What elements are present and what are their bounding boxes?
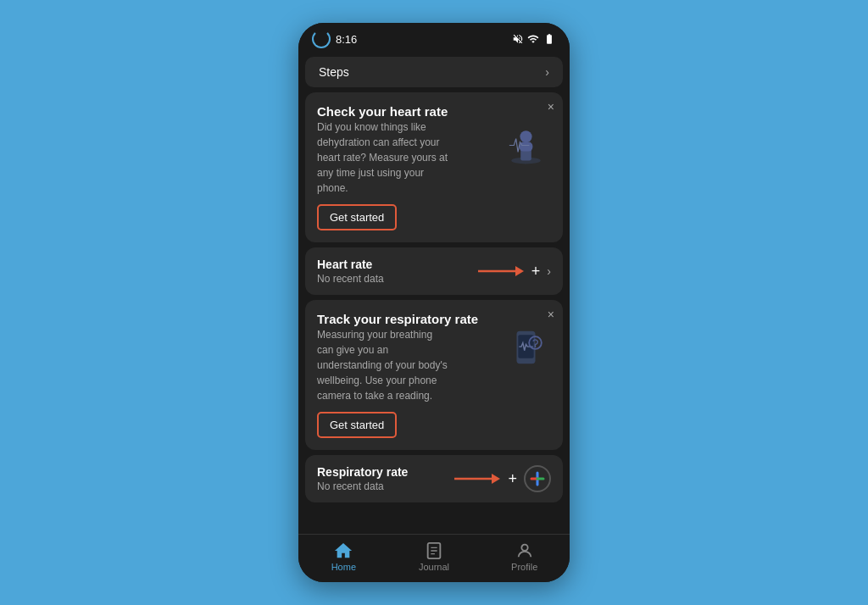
nav-item-home[interactable]: Home bbox=[298, 541, 389, 572]
respiratory-illustration bbox=[503, 327, 549, 378]
journal-icon bbox=[425, 541, 443, 560]
steps-label: Steps bbox=[319, 65, 349, 79]
nav-label-journal: Journal bbox=[419, 562, 449, 572]
heart-rate-data-left: Heart rate No recent data bbox=[317, 258, 384, 285]
heart-rate-add-button[interactable]: + bbox=[531, 263, 541, 280]
content-area[interactable]: Steps › Check your heart rate × Did you … bbox=[298, 52, 570, 534]
heart-rate-chevron-icon: › bbox=[547, 264, 551, 278]
respiratory-rate-add-button[interactable]: + bbox=[508, 470, 517, 488]
status-bar: 8:16 bbox=[298, 23, 570, 52]
phone-frame: 8:16 Steps › Check your heart rate bbox=[298, 23, 570, 582]
status-time: 8:16 bbox=[336, 33, 357, 46]
heart-rate-data-subtitle: No recent data bbox=[317, 273, 384, 285]
respiratory-card-description: Measuring your breathing can give you an… bbox=[317, 327, 457, 403]
steps-row[interactable]: Steps › bbox=[305, 57, 563, 87]
respiratory-card-image bbox=[500, 327, 551, 378]
status-circle-icon bbox=[312, 30, 331, 48]
profile-icon bbox=[515, 541, 534, 560]
nav-label-home: Home bbox=[331, 562, 356, 572]
respiratory-rate-data-title: Respiratory rate bbox=[317, 465, 408, 479]
steps-chevron-icon: › bbox=[545, 65, 549, 79]
svg-point-3 bbox=[520, 130, 531, 142]
heart-rate-card-close-button[interactable]: × bbox=[548, 101, 554, 113]
svg-point-19 bbox=[521, 545, 527, 551]
heart-rate-data-row[interactable]: Heart rate No recent data + › bbox=[305, 247, 563, 295]
respiratory-arrow-icon bbox=[454, 471, 501, 486]
bottom-nav: Home Journal Profile bbox=[298, 534, 570, 582]
respiratory-rate-data-row[interactable]: Respiratory rate No recent data + bbox=[305, 455, 563, 502]
nav-label-profile: Profile bbox=[511, 562, 537, 572]
mute-icon bbox=[512, 33, 524, 45]
heart-rate-illustration bbox=[503, 122, 549, 169]
wifi-icon bbox=[527, 33, 539, 45]
heart-rate-get-started-outline: Get started bbox=[317, 204, 397, 230]
respiratory-rate-data-right: + bbox=[454, 465, 551, 492]
respiratory-rate-data-subtitle: No recent data bbox=[317, 480, 408, 492]
home-icon bbox=[334, 541, 353, 560]
nav-item-profile[interactable]: Profile bbox=[479, 541, 570, 572]
heart-rate-card-description: Did you know things like dehydration can… bbox=[317, 119, 457, 196]
respiratory-card-body: Measuring your breathing can give you an… bbox=[317, 327, 551, 403]
heart-rate-card: Check your heart rate × Did you know thi… bbox=[305, 92, 563, 242]
respiratory-rate-data-left: Respiratory rate No recent data bbox=[317, 465, 408, 492]
respiratory-get-started-outline: Get started bbox=[317, 412, 397, 438]
google-plus-icon bbox=[529, 470, 546, 487]
heart-rate-card-image bbox=[500, 119, 551, 170]
respiratory-rate-card: Track your respiratory rate × Measuring … bbox=[305, 300, 563, 450]
google-fit-add-button[interactable] bbox=[524, 465, 551, 492]
respiratory-get-started-button[interactable]: Get started bbox=[320, 414, 394, 436]
heart-rate-data-title: Heart rate bbox=[317, 258, 384, 271]
status-left: 8:16 bbox=[312, 30, 357, 48]
nav-item-journal[interactable]: Journal bbox=[389, 541, 480, 572]
heart-rate-card-body: Did you know things like dehydration can… bbox=[317, 119, 551, 196]
respiratory-rate-card-title: Track your respiratory rate bbox=[317, 312, 495, 326]
svg-marker-5 bbox=[515, 266, 524, 276]
svg-marker-10 bbox=[492, 474, 500, 484]
heart-rate-arrow-icon bbox=[478, 264, 525, 279]
heart-rate-get-started-button[interactable]: Get started bbox=[320, 207, 394, 228]
heart-rate-card-title: Check your heart rate bbox=[317, 104, 465, 119]
battery-icon bbox=[542, 33, 556, 45]
respiratory-rate-card-close-button[interactable]: × bbox=[548, 308, 554, 320]
status-right bbox=[512, 33, 556, 45]
heart-rate-data-right: + › bbox=[478, 263, 551, 280]
